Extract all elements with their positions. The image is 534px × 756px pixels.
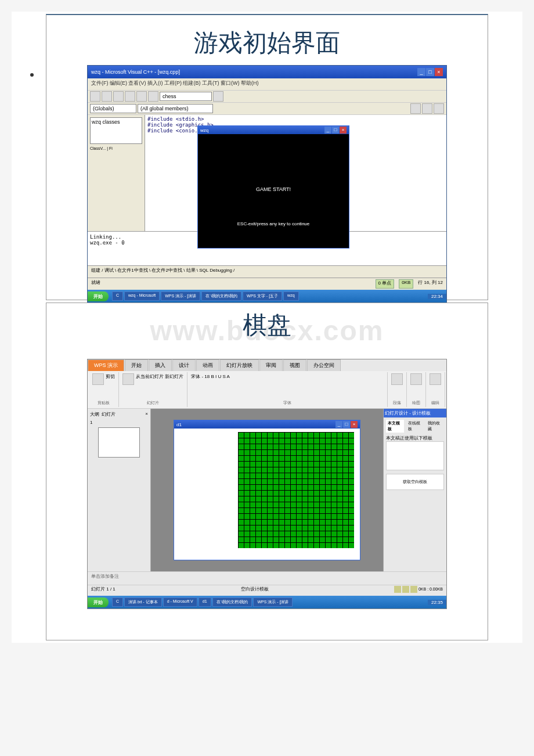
blank-template-button[interactable]: 获取空白模板 xyxy=(386,474,444,490)
wps-slide-area: d1 _ □ × xyxy=(151,409,383,571)
task-item[interactable]: wzq xyxy=(283,291,298,301)
status-slide-count: 幻灯片 1 / 1 xyxy=(91,586,116,595)
bullet-icon xyxy=(30,73,34,77)
clip-labels[interactable]: 剪切 xyxy=(106,373,115,385)
maximize-icon[interactable]: □ xyxy=(343,421,350,428)
tab-insert[interactable]: 插入 xyxy=(149,359,172,371)
task-item[interactable]: wzq - Microsoft xyxy=(124,291,160,301)
taskbar-2: 开始 C 演讲.txt - 记事本 d - Microsoft V d1 在 \… xyxy=(88,596,446,609)
template-preview[interactable] xyxy=(386,441,444,470)
wps-design-panel: 幻灯片设计 - 设计模板 本文模板 在线模板 我的收藏 本文稿正使用以下模板 获… xyxy=(383,409,446,571)
status-zoom: 0KB : 0.00KB xyxy=(418,586,443,593)
close-icon[interactable]: × xyxy=(340,127,347,134)
status-badge-2: 0KB xyxy=(399,279,413,289)
d1-title: d1 xyxy=(176,422,182,427)
tab-outline[interactable]: 大纲 xyxy=(90,411,99,417)
vc-body: wzq classes ClassV... | Fi #include <std… xyxy=(88,115,446,231)
tab-wps[interactable]: WPS 演示 xyxy=(88,359,124,371)
status-badge-1: 0 单点 xyxy=(376,279,395,289)
wps-screenshot: WPS 演示 开始 插入 设计 动画 幻灯片放映 审阅 视图 办公空间 剪切 剪… xyxy=(87,359,447,609)
rtab-fav[interactable]: 我的收藏 xyxy=(426,420,444,433)
find-icon[interactable] xyxy=(430,373,441,385)
tool-open-icon[interactable] xyxy=(102,91,112,102)
view-show-icon[interactable] xyxy=(410,586,417,593)
start-button[interactable]: 开始 xyxy=(88,597,109,607)
tab-slides[interactable]: 幻灯片 xyxy=(102,411,116,417)
shape-icon[interactable] xyxy=(410,373,422,385)
slide-number: 1 xyxy=(90,420,148,425)
notes-area[interactable]: 单击添加备注 xyxy=(88,571,446,585)
vc-menubar[interactable]: 文件(F) 编辑(E) 查看(V) 插入(I) 工程(P) 组建(B) 工具(T… xyxy=(88,78,446,91)
tool-copy-icon[interactable] xyxy=(136,91,147,102)
tool-new-icon[interactable] xyxy=(90,91,100,102)
slide-labels[interactable]: 从当前幻灯片 新幻灯片 xyxy=(136,373,183,385)
minimize-icon[interactable]: _ xyxy=(324,127,331,134)
start-button[interactable]: 开始 xyxy=(88,291,109,301)
combo-members[interactable] xyxy=(138,104,213,113)
task-item[interactable]: 在 \我的文档\我的 xyxy=(212,597,252,607)
task-item[interactable]: WPS 文字 - [五子 xyxy=(243,291,282,301)
tab-design[interactable]: 设计 xyxy=(172,359,196,371)
close-icon[interactable]: × xyxy=(351,421,358,428)
tab-office[interactable]: 办公空间 xyxy=(307,359,341,371)
paste-icon[interactable] xyxy=(92,373,104,385)
tree-root: wzq classes xyxy=(92,119,120,125)
class-tree[interactable]: wzq classes xyxy=(90,117,142,144)
maximize-icon[interactable]: □ xyxy=(426,68,434,76)
slide-thumbnail[interactable] xyxy=(98,427,140,458)
task-item[interactable]: 演讲.txt - 记事本 xyxy=(124,597,162,607)
wps-body: 大纲 幻灯片 × 1 d1 _ □ × xyxy=(88,409,446,571)
wps-slides-panel: 大纲 幻灯片 × 1 xyxy=(88,409,151,571)
game-window-buttons: _ □ × xyxy=(324,127,347,134)
ribbon-slide: 从当前幻灯片 新幻灯片 幻灯片 xyxy=(119,372,187,407)
tab-anim[interactable]: 动画 xyxy=(196,359,219,371)
tab-slideshow[interactable]: 幻灯片放映 xyxy=(220,359,259,371)
board-grid xyxy=(238,432,354,548)
combo-globals[interactable] xyxy=(90,104,136,113)
tool-compile-icon[interactable] xyxy=(410,103,421,114)
tool-run-icon[interactable] xyxy=(434,103,444,114)
tray-clock[interactable]: 22:34 xyxy=(428,294,446,299)
d1-window: d1 _ □ × xyxy=(174,420,360,560)
task-item[interactable]: WPS 演示 - [演讲 xyxy=(161,291,200,301)
ribbon-clipboard: 剪切 剪贴板 xyxy=(89,372,119,407)
close-icon[interactable]: × xyxy=(435,68,443,76)
combo-chess[interactable] xyxy=(160,92,212,101)
view-sorter-icon[interactable] xyxy=(402,586,409,593)
task-item[interactable]: WPS 演示 - [演讲 xyxy=(253,597,293,607)
wps-window: WPS 演示 开始 插入 设计 动画 幻灯片放映 审阅 视图 办公空间 剪切 剪… xyxy=(87,359,447,609)
tree-tabs[interactable]: ClassV... | Fi xyxy=(90,146,142,150)
task-item[interactable]: d - Microsoft V xyxy=(163,597,197,607)
group-label: 剪贴板 xyxy=(92,400,115,406)
task-item[interactable]: d1 xyxy=(199,597,211,607)
panel-tabs: 大纲 幻灯片 × xyxy=(90,411,148,417)
tool-build-icon[interactable] xyxy=(422,103,432,114)
tool-find-icon[interactable] xyxy=(213,91,223,102)
align-icon[interactable] xyxy=(391,373,403,385)
minimize-icon[interactable]: _ xyxy=(335,421,342,428)
vc-output-tabs[interactable]: 组建 / 调试 \ 在文件1中查找 \ 在文件2中查找 \ 结果 \ SQL D… xyxy=(88,265,446,278)
minimize-icon[interactable]: _ xyxy=(417,68,425,76)
tab-view[interactable]: 视图 xyxy=(283,359,306,371)
tool-cut-icon[interactable] xyxy=(125,91,135,102)
newslide-icon[interactable] xyxy=(122,373,134,385)
maximize-icon[interactable]: □ xyxy=(332,127,339,134)
ribbon-draw: 绘图 xyxy=(407,372,426,407)
tab-start[interactable]: 开始 xyxy=(125,359,148,371)
task-item[interactable]: C xyxy=(112,291,123,301)
status-rowcol: 行 16, 列 12 xyxy=(418,279,443,289)
tool-save-icon[interactable] xyxy=(113,91,124,102)
rtab-local[interactable]: 本文模板 xyxy=(386,420,404,433)
tool-paste-icon[interactable] xyxy=(148,91,158,102)
game-titlebar: wzq _ □ × xyxy=(198,126,349,134)
view-normal-icon[interactable] xyxy=(394,586,401,593)
task-item[interactable]: C xyxy=(112,597,123,607)
taskbar: 开始 C wzq - Microsoft WPS 演示 - [演讲 在 \我的文… xyxy=(88,290,446,303)
vc-window-buttons: _ □ × xyxy=(417,68,443,76)
tab-review[interactable]: 审阅 xyxy=(259,359,283,371)
rtab-online[interactable]: 在线模板 xyxy=(406,420,424,433)
tray-clock[interactable]: 22:35 xyxy=(428,600,446,605)
task-item[interactable]: 在 \我的文档\我的 xyxy=(201,291,241,301)
close-icon[interactable]: × xyxy=(145,411,148,417)
font-controls[interactable]: 宋体 - 18 B I U S A xyxy=(191,373,384,380)
